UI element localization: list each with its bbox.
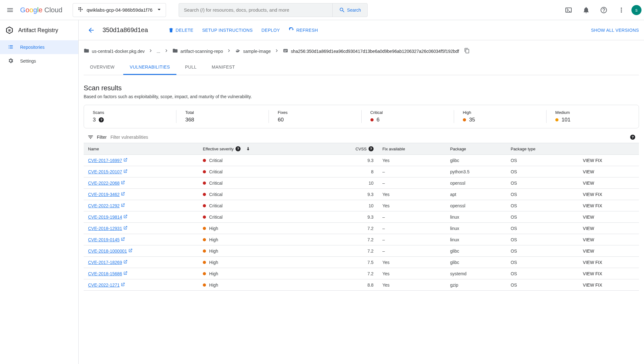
- breadcrumb-item[interactable]: artifact-scanning-repo: [172, 48, 223, 54]
- table-row: CVE-2019-19814Critical9.3–linuxOSVIEW: [84, 211, 639, 223]
- docker-icon: [235, 48, 241, 54]
- cvss-cell: 7.5: [320, 257, 378, 268]
- cve-link[interactable]: CVE-2018-15686: [88, 271, 128, 276]
- package-type-cell: OS: [506, 211, 579, 223]
- notifications-button[interactable]: [579, 3, 594, 18]
- help-button[interactable]: [596, 3, 611, 18]
- filter-input[interactable]: [110, 134, 627, 140]
- vulnerabilities-table: Name Effective severity? CVSS? Fix avail…: [84, 143, 639, 291]
- show-all-versions-button[interactable]: SHOW ALL VERSIONS: [591, 28, 639, 33]
- deploy-button[interactable]: DEPLOY: [262, 28, 280, 33]
- severity-dot-icon: [203, 170, 206, 173]
- table-row: CVE-2018-12931High7.2–linuxOSVIEW: [84, 223, 639, 234]
- back-button[interactable]: [84, 23, 99, 38]
- view-action-button[interactable]: VIEW: [583, 181, 594, 186]
- view-action-button[interactable]: VIEW FIX: [583, 260, 602, 265]
- col-name[interactable]: Name: [84, 143, 198, 155]
- filter-label: Filter: [97, 135, 107, 140]
- cve-link[interactable]: CVE-2015-20107: [88, 169, 128, 174]
- cve-link[interactable]: CVE-2019-3462: [88, 192, 125, 197]
- sidebar-item-repositories[interactable]: Repositories: [0, 40, 78, 54]
- tabs: OVERVIEWVULNERABILITIESPULLMANIFEST: [84, 60, 639, 75]
- cve-link[interactable]: CVE-2022-2068: [88, 180, 125, 186]
- package-type-cell: OS: [506, 200, 579, 211]
- setup-instructions-button[interactable]: SETUP INSTRUCTIONS: [202, 28, 253, 33]
- page-header: 350d1a869d1ea DELETE SETUP INSTRUCTIONS …: [79, 20, 644, 40]
- col-fix[interactable]: Fix available: [378, 143, 446, 155]
- cve-link[interactable]: CVE-2018-12931: [88, 226, 128, 231]
- cloud-shell-icon: [565, 6, 572, 14]
- scans-help-icon[interactable]: ?: [99, 117, 104, 122]
- search-bar[interactable]: Search: [179, 3, 368, 17]
- cloud-shell-button[interactable]: [561, 3, 576, 18]
- view-action-button[interactable]: VIEW FIX: [583, 203, 602, 208]
- view-action-button[interactable]: VIEW: [583, 169, 594, 174]
- stats-card: Scans3 ?Total368Fixes60Critical6High35Me…: [84, 105, 639, 128]
- search-input[interactable]: [179, 7, 332, 13]
- tab-vulnerabilities[interactable]: VULNERABILITIES: [123, 60, 176, 75]
- view-action-button[interactable]: VIEW FIX: [583, 283, 602, 288]
- severity-cell: High: [203, 226, 316, 231]
- external-link-icon: [121, 192, 125, 197]
- fix-cell: Yes: [378, 268, 446, 279]
- view-action-button[interactable]: VIEW: [583, 249, 594, 254]
- tab-pull[interactable]: PULL: [179, 60, 203, 75]
- severity-cell: Critical: [203, 158, 316, 163]
- account-avatar[interactable]: s: [631, 5, 641, 15]
- col-cvss[interactable]: CVSS?: [320, 143, 378, 155]
- cve-link[interactable]: CVE-2022-1271: [88, 282, 125, 288]
- view-action-button[interactable]: VIEW: [583, 215, 594, 220]
- breadcrumb-item[interactable]: sample-image: [235, 48, 271, 54]
- filter-bar: Filter ?: [84, 128, 639, 143]
- view-action-button[interactable]: VIEW FIX: [583, 158, 602, 163]
- cve-link[interactable]: CVE-2017-16997: [88, 158, 128, 163]
- view-action-button[interactable]: VIEW: [583, 237, 594, 242]
- cve-link[interactable]: CVE-2022-1292: [88, 203, 125, 208]
- breadcrumb-item[interactable]: ...: [157, 49, 160, 54]
- product-header[interactable]: Artifact Registry: [0, 20, 78, 40]
- package-type-cell: OS: [506, 155, 579, 166]
- refresh-button[interactable]: REFRESH: [289, 27, 318, 33]
- package-type-cell: OS: [506, 245, 579, 257]
- stat-scans: Scans3 ?: [84, 110, 176, 123]
- severity-cell: Critical: [203, 192, 316, 197]
- gcp-logo[interactable]: Google Cloud: [20, 6, 63, 14]
- hamburger-menu[interactable]: [3, 3, 18, 18]
- cvss-cell: 7.2: [320, 234, 378, 245]
- project-picker[interactable]: qwiklabs-gcp-04-986b59da1f76: [73, 3, 166, 17]
- sidebar-item-settings[interactable]: Settings: [0, 54, 78, 68]
- cve-link[interactable]: CVE-2019-0145: [88, 237, 125, 242]
- external-link-icon: [123, 260, 128, 265]
- severity-dot-icon: [203, 216, 206, 219]
- cvss-help-icon[interactable]: ?: [369, 146, 374, 151]
- project-icon: [77, 6, 84, 14]
- search-button[interactable]: Search: [332, 3, 367, 17]
- delete-button[interactable]: DELETE: [168, 27, 193, 33]
- copy-digest-button[interactable]: [464, 48, 470, 54]
- breadcrumb-item[interactable]: us-central1-docker.pkg.dev: [84, 48, 145, 54]
- cve-link[interactable]: CVE-2019-19814: [88, 214, 128, 220]
- filter-help[interactable]: ?: [630, 135, 635, 140]
- tab-manifest[interactable]: MANIFEST: [205, 60, 241, 75]
- external-link-icon: [121, 282, 125, 288]
- section-subtitle: Based on factors such as exploitability,…: [84, 94, 639, 99]
- severity-dot-icon: [203, 272, 206, 275]
- cve-link[interactable]: CVE-2017-18269: [88, 260, 128, 265]
- tab-overview[interactable]: OVERVIEW: [84, 60, 121, 75]
- cve-link[interactable]: CVE-2018-1000001: [88, 248, 133, 254]
- svg-point-3: [80, 9, 81, 10]
- more-button[interactable]: [614, 3, 629, 18]
- package-type-cell: OS: [506, 223, 579, 234]
- cvss-cell: 7.2: [320, 268, 378, 279]
- col-severity[interactable]: Effective severity?: [198, 143, 320, 155]
- view-action-button[interactable]: VIEW FIX: [583, 271, 602, 276]
- col-package[interactable]: Package: [446, 143, 506, 155]
- col-package-type[interactable]: Package type: [506, 143, 579, 155]
- google-logotype: Google: [20, 6, 42, 14]
- view-action-button[interactable]: VIEW: [583, 226, 594, 231]
- external-link-icon: [121, 180, 125, 186]
- stat-critical: Critical6: [362, 110, 454, 123]
- view-action-button[interactable]: VIEW FIX: [583, 192, 602, 197]
- package-type-cell: OS: [506, 234, 579, 245]
- severity-help-icon[interactable]: ?: [236, 146, 241, 151]
